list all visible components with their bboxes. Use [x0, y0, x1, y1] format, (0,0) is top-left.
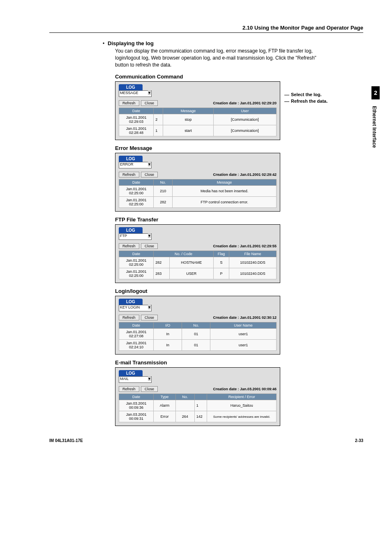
creation-date: Creation date : Jan.01.2001 02:30:12	[213, 315, 277, 320]
ftp-table: Date No. / Code Flag File Name Jan.01.20…	[119, 251, 277, 279]
col-no: No.	[154, 180, 173, 186]
log-type-select[interactable]: ERROR	[119, 162, 152, 168]
comm-table: Date Message User Jan.01.2001 02:29:03 2…	[119, 108, 277, 136]
col-date: Date	[119, 322, 154, 329]
table-row: Jan.01.2001 02:27:08 In 01 user1	[119, 329, 277, 340]
col-date: Date	[119, 180, 154, 186]
login-table: Date I/O No. User Name Jan.01.2001 02:27…	[119, 322, 277, 351]
col-type: Type	[154, 394, 176, 400]
annot-refresh: Refresh the data.	[291, 99, 327, 104]
bullet-title: Displaying the log	[108, 40, 154, 46]
section-header: 2.10 Using the Monitor Page and Operator…	[49, 25, 363, 33]
close-button[interactable]: Close	[141, 100, 158, 106]
annotations: Select the log. Refresh the data.	[284, 91, 327, 104]
log-type-select[interactable]: MESSAGE	[119, 90, 152, 97]
col-message: Message	[163, 108, 214, 114]
close-button[interactable]: Close	[141, 243, 158, 249]
bullet-dot: •	[103, 40, 108, 47]
col-no: No.	[175, 394, 194, 400]
col-message: Message	[173, 180, 277, 186]
col-io: I/O	[154, 322, 182, 329]
refresh-button[interactable]: Refresh	[119, 386, 139, 392]
heading-comm: Communication Command	[115, 74, 363, 80]
col-no: No.	[182, 322, 210, 329]
panel-mail: LOG MAIL Refresh Close Creation date : J…	[115, 367, 280, 426]
col-date: Date	[119, 108, 154, 114]
table-row: Jan.03.2001 00:09:36 Alarm 1 Haruo_Saito…	[119, 400, 277, 411]
log-tab: LOG	[119, 227, 143, 233]
col-date: Date	[119, 251, 154, 257]
refresh-button[interactable]: Refresh	[119, 315, 139, 320]
footer-doc-id: IM 04L31A01-17E	[49, 438, 83, 443]
refresh-button[interactable]: Refresh	[119, 172, 139, 177]
table-row: Jan.01.2001 02:25:00 282 HOSTNAME S 1010…	[119, 257, 277, 268]
refresh-button[interactable]: Refresh	[119, 100, 139, 106]
col-file: File Name	[229, 251, 277, 257]
footer-page-number: 2-33	[355, 438, 363, 443]
heading-ftp: FTP File Transfer	[115, 216, 363, 223]
panel-ftp: LOG FTP Refresh Close Creation date : Ja…	[115, 224, 280, 283]
close-button[interactable]: Close	[141, 315, 158, 320]
close-button[interactable]: Close	[141, 386, 158, 392]
col-recipient: Recipient / Error	[207, 394, 277, 400]
creation-date: Creation date : Jan.01.2001 02:29:42	[213, 173, 277, 177]
col-user: User	[213, 108, 276, 114]
table-row: Jan.01.2001 02:29:03 2 stop [Communicati…	[119, 114, 277, 125]
creation-date: Creation date : Jan.01.2001 02:29:55	[213, 244, 277, 248]
panel-comm: LOG MESSAGE Refresh Close Creation date …	[115, 81, 280, 140]
table-row: Jan.01.2001 02:25:00 210 Media has not b…	[119, 186, 277, 197]
col-n	[154, 108, 163, 114]
table-row: Jan.03.2001 00:09:31 Error 264 142 Some …	[119, 411, 277, 422]
table-row: Jan.01.2001 02:28:48 1 start [Communicat…	[119, 125, 277, 136]
panel-login: LOG KEY LOGIN Refresh Close Creation dat…	[115, 296, 280, 355]
col-date: Date	[119, 394, 154, 400]
error-table: Date No. Message Jan.01.2001 02:25:00 21…	[119, 179, 277, 208]
log-tab: LOG	[119, 156, 143, 162]
panel-error: LOG ERROR Refresh Close Creation date : …	[115, 153, 280, 212]
mail-table: Date Type No. Recipient / Error Jan.03.2…	[119, 394, 277, 422]
chapter-label: Ethernet Interface	[371, 106, 377, 148]
refresh-button[interactable]: Refresh	[119, 243, 139, 249]
log-type-select[interactable]: FTP	[119, 233, 152, 240]
log-tab: LOG	[119, 299, 143, 305]
table-row: Jan.01.2001 02:25:00 283 USER P 10102240…	[119, 268, 277, 279]
annot-select: Select the log.	[291, 92, 322, 97]
col-n2	[194, 394, 207, 400]
col-username: User Name	[210, 322, 277, 329]
creation-date: Creation date : Jan.03.2001 00:09:46	[213, 387, 277, 391]
heading-mail: E-mail Transmission	[115, 359, 363, 366]
log-tab: LOG	[119, 84, 143, 90]
table-row: Jan.01.2001 02:25:00 282 FTP control con…	[119, 197, 277, 208]
close-button[interactable]: Close	[141, 172, 158, 177]
col-nocode: No. / Code	[154, 251, 214, 257]
intro-text: You can display the communication comman…	[115, 48, 322, 69]
log-type-select[interactable]: KEY LOGIN	[119, 305, 152, 311]
col-flag: Flag	[213, 251, 229, 257]
log-type-select[interactable]: MAIL	[119, 376, 152, 383]
heading-login: Login/logout	[115, 288, 363, 294]
heading-error: Error Message	[115, 145, 363, 151]
creation-date: Creation date : Jan.01.2001 02:29:20	[213, 101, 277, 105]
table-row: Jan.01.2001 02:24:10 In 01 user1	[119, 340, 277, 351]
chapter-tab: 2	[371, 86, 380, 99]
log-tab: LOG	[119, 370, 143, 376]
